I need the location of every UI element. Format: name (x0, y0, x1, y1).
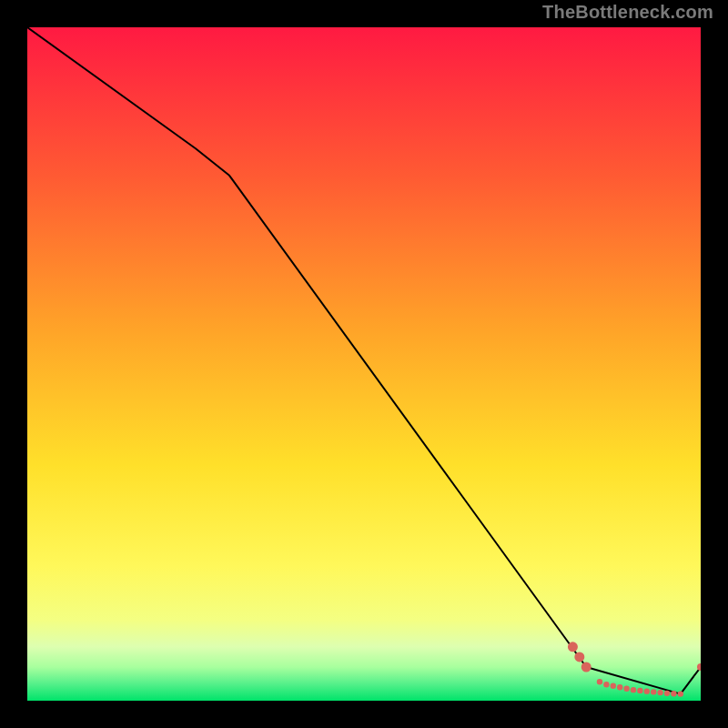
highlight-point (597, 679, 602, 684)
highlight-point (671, 691, 676, 696)
highlight-point (631, 687, 636, 693)
highlight-point (678, 691, 683, 696)
watermark-text: TheBottleneck.com (542, 2, 713, 23)
highlight-point (623, 685, 629, 691)
highlight-point (651, 689, 656, 694)
chart-frame: TheBottleneck.com (0, 0, 728, 728)
gradient-background (27, 27, 701, 701)
highlight-point (568, 642, 578, 652)
chart-svg (27, 27, 701, 701)
highlight-point (644, 688, 650, 693)
highlight-point (664, 691, 670, 696)
highlight-point (617, 684, 622, 690)
highlight-point (611, 683, 616, 689)
highlight-point (581, 662, 592, 672)
highlight-point (657, 690, 662, 695)
highlight-point (574, 652, 584, 662)
plot-area (27, 27, 701, 701)
highlight-point (637, 688, 642, 693)
highlight-point (603, 682, 609, 687)
